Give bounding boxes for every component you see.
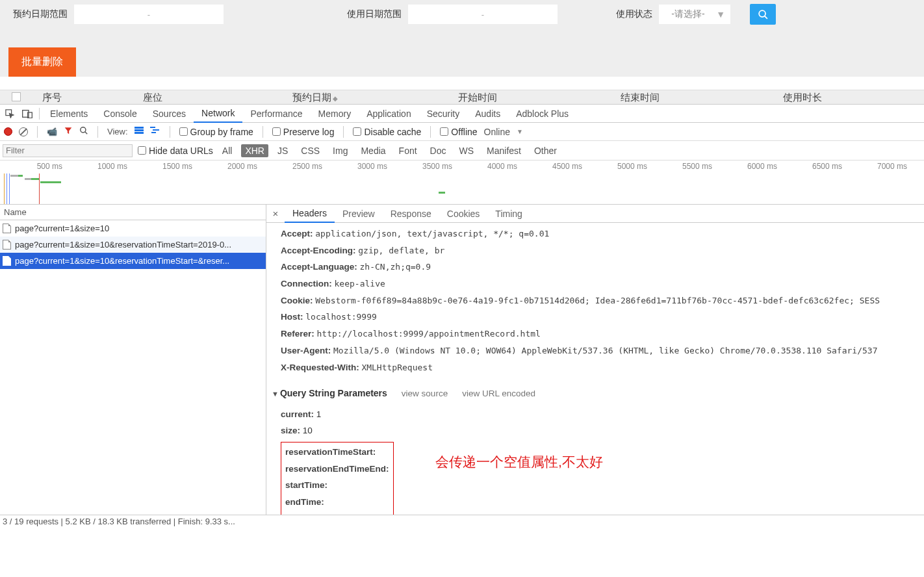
tab-headers[interactable]: Headers xyxy=(285,205,335,223)
svg-line-6 xyxy=(85,132,88,135)
filter-icon[interactable] xyxy=(64,126,73,137)
view-source-link[interactable]: view source xyxy=(402,385,448,402)
search-button[interactable] xyxy=(750,4,776,25)
filter-input[interactable] xyxy=(3,144,133,157)
param-value: 1 xyxy=(316,409,322,419)
use-status-select[interactable]: -请选择- ▼ xyxy=(659,5,730,24)
throttle-select[interactable]: Online xyxy=(484,127,510,137)
tab-sources[interactable]: Sources xyxy=(145,105,194,123)
header-line: Referer: http://localhost:9999/appointme… xyxy=(281,326,924,342)
time-mark: 5000 ms xyxy=(585,162,650,171)
separator xyxy=(37,126,38,138)
tl-marker xyxy=(4,173,5,204)
reserve-range-label: 预约日期范围 xyxy=(13,8,68,20)
large-rows-icon[interactable] xyxy=(135,127,144,136)
tab-timing[interactable]: Timing xyxy=(487,205,530,223)
filter-all[interactable]: All xyxy=(218,144,237,157)
tab-memory[interactable]: Memory xyxy=(311,105,359,123)
tab-application[interactable]: Application xyxy=(359,105,419,123)
svg-line-1 xyxy=(764,16,767,18)
time-mark: 4500 ms xyxy=(520,162,585,171)
filter-xhr[interactable]: XHR xyxy=(241,144,268,157)
caret-down-icon: ▼ xyxy=(272,390,279,398)
svg-rect-12 xyxy=(151,132,156,133)
filter-other[interactable]: Other xyxy=(530,144,561,157)
tab-elements[interactable]: Elements xyxy=(42,105,96,123)
filter-manifest[interactable]: Manifest xyxy=(483,144,525,157)
close-detail-button[interactable]: × xyxy=(266,208,285,219)
offline-check[interactable]: Offline xyxy=(440,127,477,137)
filter-js[interactable]: JS xyxy=(274,144,292,157)
cache-label: Disable cache xyxy=(364,127,421,137)
domcontent-line xyxy=(9,173,10,204)
view-label: View: xyxy=(107,127,128,136)
tab-network[interactable]: Network xyxy=(194,105,242,123)
preserve-log-check[interactable]: Preserve log xyxy=(272,127,335,137)
tab-response[interactable]: Response xyxy=(383,205,439,223)
tab-audits[interactable]: Audits xyxy=(467,105,508,123)
header-value: XMLHttpRequest xyxy=(361,363,433,372)
device-toggle-icon[interactable] xyxy=(18,109,36,118)
req-bar xyxy=(40,181,61,183)
filter-doc[interactable]: Doc xyxy=(426,144,450,157)
record-button[interactable] xyxy=(4,127,12,136)
col-seat[interactable]: 座位 xyxy=(71,92,234,104)
reserve-range-input[interactable]: - xyxy=(74,5,224,24)
view-url-encoded-link[interactable]: view URL encoded xyxy=(462,385,535,402)
col-duration[interactable]: 使用时长 xyxy=(721,92,884,104)
req-bar xyxy=(18,175,23,177)
waterfall-icon[interactable] xyxy=(150,127,160,136)
use-status-label: 使用状态 xyxy=(616,8,652,20)
header-line: Accept-Language: zh-CN,zh;q=0.9 xyxy=(281,259,924,276)
header-value: keep-alive xyxy=(335,279,385,288)
clear-button[interactable] xyxy=(19,127,28,136)
header-key: X-Requested-With: xyxy=(281,363,359,372)
param-key: current: xyxy=(281,409,314,419)
select-all-checkbox[interactable] xyxy=(12,92,21,101)
param-value: 10 xyxy=(303,426,313,435)
param-line: reservationEndTimeEnd: xyxy=(285,461,389,478)
inspect-icon[interactable] xyxy=(0,109,18,118)
chevron-down-icon: ▼ xyxy=(517,128,523,135)
hide-data-urls-check[interactable]: Hide data URLs xyxy=(138,146,213,156)
filter-font[interactable]: Font xyxy=(395,144,421,157)
header-line: Host: localhost:9999 xyxy=(281,309,924,326)
network-panes: Name page?current=1&size=10 page?current… xyxy=(0,205,924,515)
col-index[interactable]: 序号 xyxy=(32,92,71,104)
col-reserve-date[interactable]: 预约日期◆ xyxy=(234,92,396,104)
param-line: size: 10 xyxy=(281,422,924,439)
tab-adblock[interactable]: Adblock Plus xyxy=(508,105,576,123)
qsp-section-header[interactable]: ▼Query String Parameters view source vie… xyxy=(272,385,924,402)
search-icon[interactable] xyxy=(79,126,88,137)
request-row[interactable]: page?current=1&size=10 xyxy=(0,220,266,237)
name-column-header[interactable]: Name xyxy=(0,205,266,220)
param-key: size: xyxy=(281,426,300,435)
devtools-tab-bar: Elements Console Sources Network Perform… xyxy=(0,105,924,123)
tab-performance[interactable]: Performance xyxy=(242,105,310,123)
header-value: gzip, deflate, br xyxy=(358,246,444,255)
group-by-frame-check[interactable]: Group by frame xyxy=(179,127,253,137)
tab-security[interactable]: Security xyxy=(419,105,468,123)
batch-delete-button[interactable]: 批量删除 xyxy=(8,47,76,77)
network-timeline[interactable]: 500 ms 1000 ms 1500 ms 2000 ms 2500 ms 3… xyxy=(0,160,924,205)
param-key: reservationEndTimeEnd: xyxy=(285,464,389,474)
disable-cache-check[interactable]: Disable cache xyxy=(353,127,421,137)
screenshot-icon[interactable]: 📹 xyxy=(47,127,57,136)
header-value: localhost:9999 xyxy=(305,312,377,322)
filter-media[interactable]: Media xyxy=(357,144,389,157)
tab-console[interactable]: Console xyxy=(96,105,144,123)
tab-preview[interactable]: Preview xyxy=(335,205,383,223)
request-row[interactable]: page?current=1&size=10&reservationTimeSt… xyxy=(0,253,266,269)
tab-cookies[interactable]: Cookies xyxy=(439,205,488,223)
col-end-time[interactable]: 结束时间 xyxy=(559,92,721,104)
filter-ws[interactable]: WS xyxy=(456,144,478,157)
use-range-input[interactable]: - xyxy=(408,5,558,24)
request-list: page?current=1&size=10 page?current=1&si… xyxy=(0,220,266,515)
filter-img[interactable]: Img xyxy=(329,144,352,157)
header-line: X-Requested-With: XMLHttpRequest xyxy=(281,359,924,376)
select-all-cell xyxy=(0,92,32,103)
request-row[interactable]: page?current=1&size=10&reservationTimeSt… xyxy=(0,237,266,253)
filter-css[interactable]: CSS xyxy=(297,144,324,157)
col-start-time[interactable]: 开始时间 xyxy=(396,92,559,104)
req-bar xyxy=(31,178,39,180)
